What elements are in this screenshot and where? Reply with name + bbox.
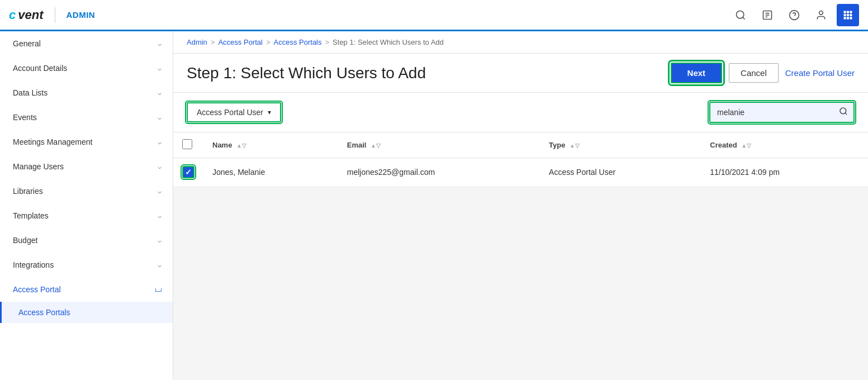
chevron-down-icon: ⌵ [158,64,162,72]
breadcrumb-sep-1: > [211,38,215,46]
col-email-label: Email [347,141,367,149]
sidebar-item-label: Account Details [13,64,67,73]
sidebar-item-integrations[interactable]: Integrations ⌵ [0,253,173,277]
sidebar-item-label: Data Lists [13,88,48,97]
sidebar-item-label: Libraries [13,187,43,196]
row-email: meljones225@gmail.com [338,158,540,187]
svg-rect-13 [847,13,849,16]
svg-rect-15 [844,17,846,19]
sidebar-item-label: Integrations [13,260,54,269]
sidebar-item-label: Templates [13,211,49,220]
svg-point-18 [840,108,846,114]
reports-icon [762,10,773,21]
toolbar: Access Portal User ▾ [173,93,868,132]
row-type: Access Portal User [540,158,701,187]
header-actions: Next Cancel Create Portal User [671,63,855,83]
user-icon-button[interactable] [810,4,832,26]
chevron-down-icon: ⌵ [158,113,162,121]
reports-icon-button[interactable] [756,4,779,26]
sidebar-item-label: Access Portal [13,285,61,294]
sidebar-item-templates[interactable]: Templates ⌵ [0,203,173,228]
sidebar-item-meetings-management[interactable]: Meetings Management ⌵ [0,130,173,154]
page-title: Step 1: Select Which Users to Add [187,64,426,82]
svg-line-1 [743,17,745,19]
apps-icon-button[interactable] [837,4,859,26]
svg-rect-12 [844,13,846,16]
svg-point-8 [819,11,823,15]
admin-label: ADMIN [67,10,96,20]
search-submit-button[interactable] [833,103,853,122]
sidebar-item-events[interactable]: Events ⌵ [0,105,173,130]
sidebar-item-general[interactable]: General ⌵ [0,31,173,56]
svg-rect-9 [844,11,846,13]
help-icon-button[interactable] [783,4,805,26]
sidebar-item-budget[interactable]: Budget ⌵ [0,228,173,253]
svg-line-19 [845,113,847,115]
svg-point-0 [737,11,744,18]
col-name-label: Name [212,141,232,149]
layout: General ⌵ Account Details ⌵ Data Lists ⌵… [0,31,868,380]
chevron-down-icon: ⌵ [158,138,162,146]
cancel-button[interactable]: Cancel [729,63,779,83]
header-checkbox-cell [173,132,203,158]
chevron-down-icon: ⌵ [158,163,162,170]
sidebar-item-label: Events [13,113,37,122]
chevron-down-icon: ⌵ [158,40,162,48]
help-icon [789,10,800,21]
sidebar-item-label: Budget [13,236,37,245]
svg-rect-16 [847,17,849,19]
svg-rect-14 [850,13,852,16]
svg-rect-11 [850,11,852,13]
nav-divider [55,7,55,23]
table-row: Jones, Melanie meljones225@gmail.com Acc… [173,158,868,187]
row-checkbox-checked[interactable] [182,166,195,178]
table-container: Name ▲▽ Email ▲▽ Type ▲▽ Created [173,132,868,187]
breadcrumb-access-portal[interactable]: Access Portal [218,38,262,46]
svg-rect-17 [850,17,852,19]
sidebar-item-libraries[interactable]: Libraries ⌵ [0,179,173,203]
col-header-created[interactable]: Created ▲▽ [701,132,868,158]
sidebar-subitem-access-portals[interactable]: Access Portals [0,302,173,323]
chevron-down-icon: ⌵ [158,261,162,269]
sidebar-item-label: Manage Users [13,162,64,171]
breadcrumb-sep-3: > [325,38,330,46]
breadcrumb-current: Step 1: Select Which Users to Add [333,38,444,46]
filter-dropdown[interactable]: Access Portal User ▾ [187,102,281,122]
col-header-name[interactable]: Name ▲▽ [203,132,338,158]
col-header-type[interactable]: Type ▲▽ [540,132,701,158]
breadcrumb-sep-2: > [266,38,271,46]
sidebar-item-manage-users[interactable]: Manage Users ⌵ [0,154,173,179]
sidebar-item-access-portal[interactable]: Access Portal ⌴ [0,277,173,302]
main-content: Admin > Access Portal > Access Portals >… [173,31,868,380]
row-name: Jones, Melanie [203,158,338,187]
sidebar: General ⌵ Account Details ⌵ Data Lists ⌵… [0,31,173,380]
search-input[interactable] [710,104,833,121]
breadcrumb-access-portals[interactable]: Access Portals [274,38,322,46]
logo-c: c [9,8,16,22]
filter-label: Access Portal User [197,108,263,117]
apps-icon [842,10,853,21]
select-all-checkbox[interactable] [182,139,192,149]
sort-icon-email: ▲▽ [371,142,381,149]
next-button[interactable]: Next [671,63,723,83]
breadcrumb: Admin > Access Portal > Access Portals >… [173,31,868,54]
filter-chevron-icon: ▾ [268,108,271,116]
create-portal-user-link[interactable]: Create Portal User [785,68,855,78]
user-icon [815,10,827,21]
chevron-down-icon: ⌵ [158,187,162,195]
sidebar-subitem-label: Access Portals [18,308,70,317]
nav-right [729,4,859,26]
col-header-email[interactable]: Email ▲▽ [338,132,540,158]
sort-icon-type: ▲▽ [570,142,580,149]
sidebar-item-label: Meetings Management [13,137,92,146]
sort-icon-created: ▲▽ [741,142,751,149]
sidebar-item-data-lists[interactable]: Data Lists ⌵ [0,80,173,105]
breadcrumb-admin[interactable]: Admin [187,38,207,46]
row-checkbox-cell [173,158,203,187]
col-created-label: Created [710,141,737,149]
svg-rect-10 [847,11,849,13]
chevron-up-icon: ⌴ [155,286,162,293]
sidebar-item-account-details[interactable]: Account Details ⌵ [0,56,173,80]
logo: c vent [9,8,44,22]
search-icon-button[interactable] [729,4,752,26]
